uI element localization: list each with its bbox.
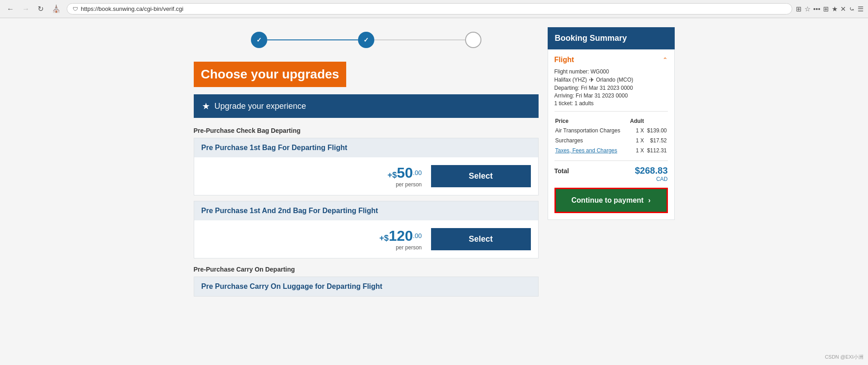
- carryon-card: Pre Purchase Carry On Luggage for Depart…: [194, 277, 539, 297]
- bag2-select-button[interactable]: Select: [431, 228, 531, 250]
- chevron-right-icon: ›: [648, 196, 650, 204]
- bag1-card: Pre Purchase 1st Bag For Departing Fligh…: [194, 138, 539, 195]
- settings-icon[interactable]: ✕: [840, 5, 846, 13]
- favorites-icon[interactable]: ★: [832, 5, 838, 13]
- apps-icon[interactable]: ⊞: [823, 5, 829, 13]
- continue-btn-text: Continue to payment: [571, 196, 643, 204]
- step-1: ✓: [251, 32, 267, 48]
- bag1-select-button[interactable]: Select: [431, 165, 531, 187]
- page-content: ✓ ✓ Choose your upgrades ★ Upgrade your …: [185, 18, 684, 311]
- browser-action-icons: ⊞ ☆ ••• ⊞ ★ ✕ ⤿ ☰: [796, 5, 863, 13]
- price-row-1: Surcharges 1 X $17.52: [555, 136, 667, 145]
- price-col-header: Price: [555, 117, 628, 125]
- back-button[interactable]: ←: [5, 4, 16, 14]
- url-bar[interactable]: 🛡 https://book.sunwing.ca/cgi-bin/verif.…: [67, 3, 792, 15]
- price-row-2: Taxes, Fees and Charges 1 X $112.31: [555, 146, 667, 155]
- departing-text: Departing: Fri Mar 31 2023 0000: [554, 85, 668, 91]
- total-currency: CAD: [554, 176, 668, 182]
- bag1-title: Pre Purchase 1st Bag For Departing Fligh…: [194, 138, 538, 157]
- translate-icon[interactable]: ⊞: [796, 5, 802, 13]
- origin-text: Halifax (YHZ): [554, 77, 587, 83]
- step-line-2: [374, 39, 465, 40]
- step-3: [465, 32, 481, 48]
- price-row-0: Air Transportation Charges 1 X $139.00: [555, 126, 667, 135]
- booking-summary: Booking Summary Flight ⌃ Flight number: …: [548, 27, 675, 302]
- price-qty-0: 1 X: [628, 126, 644, 135]
- price-amount-0: $139.00: [645, 126, 667, 135]
- summary-divider: [554, 111, 668, 112]
- price-label-1: Surcharges: [555, 136, 628, 145]
- continue-to-payment-button[interactable]: Continue to payment ›: [554, 188, 668, 213]
- home-button[interactable]: ⛪: [49, 4, 63, 14]
- reload-button[interactable]: ↻: [35, 4, 46, 14]
- bag2-price: +$120.00 per person: [379, 228, 422, 251]
- taxes-link[interactable]: Taxes, Fees and Charges: [555, 147, 618, 154]
- bag1-price-main: 50: [397, 165, 413, 181]
- chevron-up-icon: ⌃: [662, 56, 668, 63]
- upgrade-banner-text: Upgrade your experience: [215, 102, 306, 111]
- bag2-price-prefix: +$: [379, 234, 389, 243]
- bag2-price-cents: .00: [413, 232, 422, 239]
- step-2: ✓: [358, 32, 374, 48]
- main-content: ✓ ✓ Choose your upgrades ★ Upgrade your …: [194, 27, 539, 302]
- price-table: Price Adult Air Transportation Charges 1…: [554, 116, 668, 156]
- carryon-title: Pre Purchase Carry On Luggage for Depart…: [194, 277, 538, 296]
- bag2-body: +$120.00 per person Select: [194, 220, 538, 258]
- step-line-1: [267, 39, 358, 40]
- price-amount-2: $112.31: [645, 146, 667, 155]
- url-text: https://book.sunwing.ca/cgi-bin/verif.cg…: [81, 5, 183, 12]
- price-amount-1: $17.52: [645, 136, 667, 145]
- bag2-card: Pre Purchase 1st And 2nd Bag For Departi…: [194, 201, 539, 258]
- star-icon[interactable]: ☆: [804, 5, 810, 13]
- menu-icon[interactable]: ☰: [858, 5, 863, 13]
- flight-number: Flight number: WG000: [554, 68, 668, 75]
- bag2-per-person: per person: [379, 244, 422, 251]
- price-qty-2: 1 X: [628, 146, 644, 155]
- total-label: Total: [554, 167, 569, 175]
- bag1-per-person: per person: [387, 181, 422, 188]
- bag1-price-prefix: +$: [387, 170, 397, 180]
- destination-text: Orlando (MCO): [596, 77, 633, 83]
- bag1-price-cents: .00: [413, 169, 422, 176]
- bag1-body: +$50.00 per person Select: [194, 157, 538, 195]
- adult-col-header: Adult: [628, 117, 644, 125]
- price-qty-1: 1 X: [628, 136, 644, 145]
- arriving-text: Arriving: Fri Mar 31 2023 0000: [554, 92, 668, 99]
- bag1-price: +$50.00 per person: [387, 165, 422, 188]
- total-row: Total $268.83: [554, 165, 668, 176]
- star-icon: ★: [202, 101, 210, 112]
- summary-header: Booking Summary: [548, 27, 675, 49]
- check-bag-section-label: Pre-Purchase Check Bag Departing: [194, 127, 539, 134]
- upgrade-banner: ★ Upgrade your experience: [194, 94, 539, 118]
- flight-route: Halifax (YHZ) ✈ Orlando (MCO): [554, 76, 668, 83]
- restore-icon[interactable]: ⤿: [849, 5, 855, 13]
- page-title: Choose your upgrades: [194, 62, 347, 87]
- summary-body: Flight ⌃ Flight number: WG000 Halifax (Y…: [548, 49, 675, 220]
- security-icon: 🛡: [73, 6, 78, 12]
- summary-flight-header: Flight ⌃: [554, 56, 668, 64]
- bag2-title: Pre Purchase 1st And 2nd Bag For Departi…: [194, 201, 538, 220]
- progress-bar: ✓ ✓: [194, 27, 539, 53]
- total-divider: [554, 161, 668, 161]
- flight-label: Flight: [554, 56, 574, 64]
- flight-arrow-icon: ✈: [589, 76, 594, 83]
- bag2-price-main: 120: [389, 228, 413, 244]
- more-icon[interactable]: •••: [813, 5, 820, 13]
- total-amount: $268.83: [635, 165, 667, 176]
- ticket-text: 1 ticket: 1 adults: [554, 100, 668, 107]
- forward-button[interactable]: →: [20, 4, 32, 14]
- price-label-0: Air Transportation Charges: [555, 126, 628, 135]
- carry-on-section-label: Pre-Purchase Carry On Departing: [194, 266, 539, 273]
- browser-toolbar: ← → ↻ ⛪ 🛡 https://book.sunwing.ca/cgi-bi…: [0, 0, 868, 18]
